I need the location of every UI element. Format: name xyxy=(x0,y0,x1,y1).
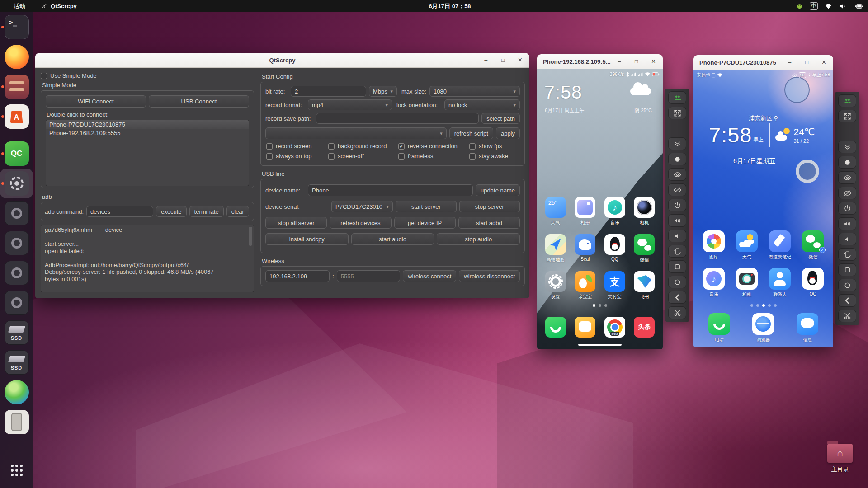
toolbar-fullscreen-button[interactable] xyxy=(668,107,686,119)
wireless-disconnect-button[interactable]: wireless disconnect xyxy=(459,270,520,282)
start-audio-button[interactable]: start audio xyxy=(351,233,434,245)
adb-command-input[interactable]: devices xyxy=(86,206,153,217)
max-size-select[interactable]: 1080 xyxy=(429,86,520,97)
stop-server-button[interactable]: stop server xyxy=(459,201,520,212)
qtscrcpy-titlebar[interactable]: QtScrcpy xyxy=(35,53,529,68)
toolbar-touch-button[interactable] xyxy=(668,153,686,165)
图库-app[interactable]: 图库 xyxy=(697,230,730,268)
toolbar-screenshot-button[interactable] xyxy=(838,310,856,322)
clear-button[interactable]: clear xyxy=(226,206,249,217)
QQ-app[interactable]: QQ xyxy=(797,268,830,305)
phone-app[interactable]: 电话 xyxy=(708,313,730,343)
飞书-app[interactable]: 飞书 xyxy=(630,271,660,308)
dock-item-ssd1[interactable] xyxy=(0,318,33,347)
音乐-app[interactable]: 音乐 xyxy=(697,268,730,305)
微信-app[interactable]: 微信 xyxy=(797,230,830,268)
相册-app[interactable]: 相册 xyxy=(571,197,600,234)
dock-item-qc[interactable] xyxy=(0,139,33,169)
dock-item-appsgrid[interactable] xyxy=(0,455,33,485)
browser-app[interactable]: 浏览器 xyxy=(752,313,774,343)
screen-off-checkbox[interactable]: screen-off xyxy=(328,153,398,160)
toolbar-group-button[interactable] xyxy=(838,94,856,107)
toolbar-expand-button[interactable] xyxy=(838,141,856,153)
device-name-input[interactable]: Phone xyxy=(308,184,473,196)
adb-log-output[interactable]: ga7d65ylnj6xinhm device start server... … xyxy=(41,225,254,292)
usb-connect-button[interactable]: USB Connect xyxy=(149,95,249,108)
minimize-icon[interactable] xyxy=(482,56,490,64)
toolbar-screen-on-button[interactable] xyxy=(668,168,686,181)
toolbar-expand-button[interactable] xyxy=(668,137,686,150)
phone2-screen[interactable]: 未插卡 90 早上7:58 浦东新区 ⚲ 7:58 早上 24℃ xyxy=(693,70,833,347)
toolbar-volume-up-button[interactable] xyxy=(838,217,856,230)
toolbar-fullscreen-button[interactable] xyxy=(838,110,856,122)
高德地图-app[interactable]: 高德地图 xyxy=(541,234,571,271)
phone1-titlebar[interactable]: Phone-192.168.2.109:5... xyxy=(537,54,663,69)
toolbar-volume-down-button[interactable] xyxy=(668,230,686,242)
dock-item-device4[interactable] xyxy=(0,288,33,318)
dock-item-terminal[interactable] xyxy=(0,12,33,42)
toolbar-app-switch-button[interactable] xyxy=(838,263,856,276)
device-list[interactable]: Phone-P7CDU17C23010875Phone-192.168.2.10… xyxy=(46,120,249,186)
background-record-checkbox[interactable]: background record xyxy=(328,143,398,150)
dock-item-ssd2[interactable] xyxy=(0,347,33,377)
相机-app[interactable]: 相机 xyxy=(730,268,763,305)
phone1-screen[interactable]: 396K/s 7:58 6月17日 周五上午 阴 25°C 25°天气相册音乐相… xyxy=(537,69,663,349)
minimize-icon[interactable] xyxy=(786,59,793,66)
wireless-ip-input[interactable]: 192.168.2.109 xyxy=(265,270,330,282)
微信-app[interactable]: 微信 xyxy=(630,234,660,271)
minimize-icon[interactable] xyxy=(615,58,623,66)
天气-app[interactable]: 25°天气 xyxy=(541,197,571,234)
maximize-icon[interactable] xyxy=(499,56,507,64)
phone2-titlebar[interactable]: Phone-P7CDU17C23010875 xyxy=(693,55,833,70)
lock-orientation-select[interactable]: no lock xyxy=(444,99,520,110)
toolbar-screen-off-button[interactable] xyxy=(838,187,856,199)
device-list-item[interactable]: Phone-P7CDU17C23010875 xyxy=(46,120,249,129)
toolbar-app-switch-button[interactable] xyxy=(668,260,686,273)
close-icon[interactable] xyxy=(650,58,657,66)
QQ-app[interactable]: QQ xyxy=(600,234,630,271)
toolbar-flip-button[interactable] xyxy=(838,248,856,261)
toolbar-touch-button[interactable] xyxy=(838,156,856,169)
terminate-button[interactable]: terminate xyxy=(189,206,224,217)
toutiao-app[interactable]: 头条 xyxy=(634,317,655,338)
toolbar-screen-off-button[interactable] xyxy=(668,183,686,196)
close-icon[interactable] xyxy=(820,59,828,66)
record-save-path-input[interactable] xyxy=(316,113,479,124)
dock-item-device1[interactable] xyxy=(0,198,33,228)
always-on-top-checkbox[interactable]: always on top xyxy=(266,153,328,160)
execute-button[interactable]: execute xyxy=(156,206,187,217)
dock-item-device2[interactable] xyxy=(0,228,33,258)
音乐-app[interactable]: 音乐 xyxy=(600,197,630,234)
chrome-app[interactable]: Beta xyxy=(604,317,625,338)
script-select[interactable] xyxy=(265,127,447,139)
wireless-port-input[interactable]: 5555 xyxy=(337,270,400,282)
bit-rate-unit-select[interactable]: Mbps xyxy=(369,86,397,97)
toolbar-power-button[interactable] xyxy=(668,199,686,211)
dock-item-settings[interactable] xyxy=(0,169,33,198)
Seal-app[interactable]: Seal xyxy=(571,234,600,271)
toolbar-flip-button[interactable] xyxy=(668,245,686,258)
天气-app[interactable]: 天气 xyxy=(730,230,763,268)
stop-audio-button[interactable]: stop audio xyxy=(437,233,520,245)
toolbar-back-button[interactable] xyxy=(838,294,856,307)
toolbar-power-button[interactable] xyxy=(838,202,856,215)
android-tray-icon[interactable] xyxy=(796,3,803,9)
record-format-select[interactable]: mp4 xyxy=(308,99,392,110)
frameless-checkbox[interactable]: frameless xyxy=(398,153,469,160)
clock-menu[interactable]: 6月17日 07：58 xyxy=(429,2,471,10)
messages-app[interactable]: 信息 xyxy=(797,313,818,343)
messages-app[interactable] xyxy=(575,317,595,338)
dock-item-globe[interactable] xyxy=(0,377,33,407)
use-simple-mode-checkbox[interactable]: Use Simple Mode xyxy=(41,72,254,79)
dock-item-phone[interactable] xyxy=(0,407,33,437)
input-method-indicator[interactable]: 中 xyxy=(810,2,818,10)
refresh-script-button[interactable]: refresh script xyxy=(449,127,493,139)
refresh-devices-button[interactable]: refresh devices xyxy=(330,217,391,229)
home-indicator-bar[interactable] xyxy=(578,344,622,346)
focused-app-menu[interactable]: QtScrcpy xyxy=(41,3,77,9)
close-icon[interactable] xyxy=(516,56,524,64)
亲宝宝-app[interactable]: 亲宝宝 xyxy=(571,271,600,308)
apply-button[interactable]: apply xyxy=(496,127,520,139)
bit-rate-input[interactable]: 2 xyxy=(291,86,366,97)
device-serial-select[interactable]: P7CDU17C23010 xyxy=(331,201,393,212)
